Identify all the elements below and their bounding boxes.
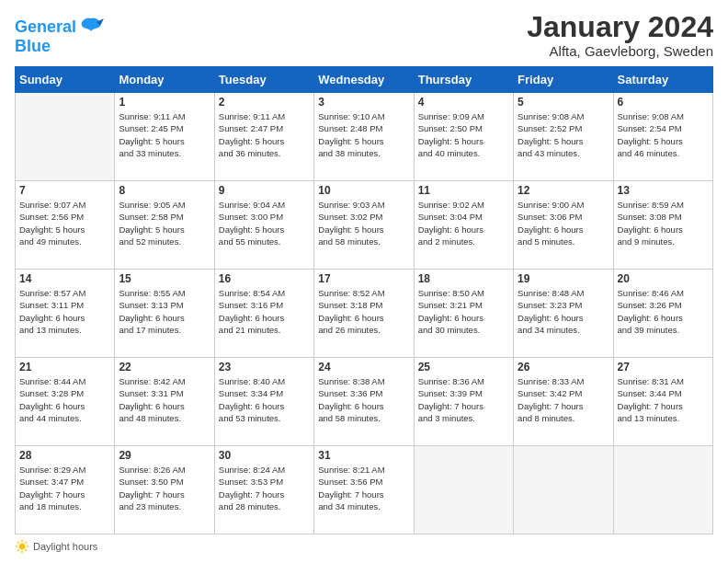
calendar-week-row: 7Sunrise: 9:07 AMSunset: 2:56 PMDaylight…: [16, 181, 713, 270]
svg-line-5: [17, 542, 19, 544]
day-number: 2: [219, 96, 310, 109]
table-row: 8Sunrise: 9:05 AMSunset: 2:58 PMDaylight…: [115, 181, 214, 270]
day-info: Sunrise: 8:38 AMSunset: 3:36 PMDaylight:…: [318, 375, 409, 424]
table-row: 31Sunrise: 8:21 AMSunset: 3:56 PMDayligh…: [314, 446, 414, 534]
table-row: 13Sunrise: 8:59 AMSunset: 3:08 PMDayligh…: [613, 181, 712, 270]
table-row: 30Sunrise: 8:24 AMSunset: 3:53 PMDayligh…: [214, 446, 313, 534]
title-block: January 2024 Alfta, Gaevleborg, Sweden: [527, 11, 713, 59]
day-info: Sunrise: 9:09 AMSunset: 2:50 PMDaylight:…: [418, 110, 509, 159]
day-number: 28: [19, 449, 110, 462]
day-number: 20: [618, 272, 709, 285]
svg-line-6: [26, 550, 28, 552]
table-row: 14Sunrise: 8:57 AMSunset: 3:11 PMDayligh…: [16, 270, 115, 358]
table-row: 9Sunrise: 9:04 AMSunset: 3:00 PMDaylight…: [214, 181, 313, 270]
day-number: 18: [418, 272, 509, 285]
day-info: Sunrise: 8:46 AMSunset: 3:26 PMDaylight:…: [618, 287, 709, 336]
day-info: Sunrise: 8:48 AMSunset: 3:23 PMDaylight:…: [518, 287, 609, 336]
col-wednesday: Wednesday: [314, 67, 414, 93]
day-number: 24: [318, 361, 409, 373]
day-number: 10: [318, 184, 409, 197]
svg-line-7: [26, 542, 28, 544]
day-info: Sunrise: 8:42 AMSunset: 3:31 PMDaylight:…: [119, 375, 210, 424]
day-info: Sunrise: 8:31 AMSunset: 3:44 PMDaylight:…: [618, 375, 709, 424]
calendar-week-row: 1Sunrise: 9:11 AMSunset: 2:45 PMDaylight…: [16, 93, 713, 181]
table-row: 21Sunrise: 8:44 AMSunset: 3:28 PMDayligh…: [16, 358, 115, 446]
day-number: 31: [318, 449, 409, 462]
logo: General Blue: [15, 15, 104, 56]
table-row: 27Sunrise: 8:31 AMSunset: 3:44 PMDayligh…: [613, 358, 712, 446]
table-row: 10Sunrise: 9:03 AMSunset: 3:02 PMDayligh…: [314, 181, 414, 270]
day-info: Sunrise: 8:52 AMSunset: 3:18 PMDaylight:…: [318, 287, 409, 336]
table-row: 26Sunrise: 8:33 AMSunset: 3:42 PMDayligh…: [514, 358, 613, 446]
col-thursday: Thursday: [414, 67, 513, 93]
day-info: Sunrise: 9:11 AMSunset: 2:47 PMDaylight:…: [219, 110, 310, 159]
day-info: Sunrise: 8:55 AMSunset: 3:13 PMDaylight:…: [119, 287, 210, 336]
col-monday: Monday: [115, 67, 214, 93]
footer: Daylight hours: [15, 539, 713, 554]
col-sunday: Sunday: [16, 67, 115, 93]
table-row: 20Sunrise: 8:46 AMSunset: 3:26 PMDayligh…: [613, 270, 712, 358]
logo-text: General: [15, 18, 76, 37]
day-number: 30: [219, 449, 310, 462]
table-row: 19Sunrise: 8:48 AMSunset: 3:23 PMDayligh…: [514, 270, 613, 358]
day-info: Sunrise: 8:24 AMSunset: 3:53 PMDaylight:…: [219, 464, 310, 512]
table-row: [514, 446, 613, 534]
day-info: Sunrise: 9:00 AMSunset: 3:06 PMDaylight:…: [518, 199, 609, 247]
day-number: 29: [119, 449, 210, 462]
table-row: 24Sunrise: 8:38 AMSunset: 3:36 PMDayligh…: [314, 358, 414, 446]
day-number: 26: [518, 361, 609, 373]
day-info: Sunrise: 9:02 AMSunset: 3:04 PMDaylight:…: [418, 199, 509, 247]
table-row: 28Sunrise: 8:29 AMSunset: 3:47 PMDayligh…: [16, 446, 115, 534]
day-number: 12: [518, 184, 609, 197]
day-number: 6: [618, 96, 709, 109]
table-row: [613, 446, 712, 534]
day-info: Sunrise: 9:04 AMSunset: 3:00 PMDaylight:…: [219, 199, 310, 247]
day-info: Sunrise: 8:29 AMSunset: 3:47 PMDaylight:…: [19, 464, 110, 512]
day-number: 15: [119, 272, 210, 285]
day-info: Sunrise: 9:10 AMSunset: 2:48 PMDaylight:…: [318, 110, 409, 159]
day-number: 8: [119, 184, 210, 197]
day-info: Sunrise: 9:08 AMSunset: 2:52 PMDaylight:…: [518, 110, 609, 159]
day-number: 4: [418, 96, 509, 109]
calendar-table: Sunday Monday Tuesday Wednesday Thursday…: [15, 66, 713, 534]
day-number: 5: [518, 96, 609, 109]
col-tuesday: Tuesday: [214, 67, 313, 93]
day-number: 27: [618, 361, 709, 373]
table-row: 25Sunrise: 8:36 AMSunset: 3:39 PMDayligh…: [414, 358, 513, 446]
logo-bird-icon: [78, 15, 104, 40]
table-row: 22Sunrise: 8:42 AMSunset: 3:31 PMDayligh…: [115, 358, 214, 446]
table-row: 2Sunrise: 9:11 AMSunset: 2:47 PMDaylight…: [214, 93, 313, 181]
day-number: 13: [618, 184, 709, 197]
table-row: 3Sunrise: 9:10 AMSunset: 2:48 PMDaylight…: [314, 93, 414, 181]
sun-icon: [15, 539, 29, 554]
calendar-week-row: 14Sunrise: 8:57 AMSunset: 3:11 PMDayligh…: [16, 270, 713, 358]
col-friday: Friday: [514, 67, 613, 93]
day-number: 1: [119, 96, 210, 109]
day-info: Sunrise: 9:05 AMSunset: 2:58 PMDaylight:…: [119, 199, 210, 247]
table-row: 11Sunrise: 9:02 AMSunset: 3:04 PMDayligh…: [414, 181, 513, 270]
table-row: 23Sunrise: 8:40 AMSunset: 3:34 PMDayligh…: [214, 358, 313, 446]
daylight-label: Daylight hours: [33, 541, 97, 552]
month-title: January 2024: [527, 11, 713, 43]
day-number: 21: [19, 361, 110, 373]
day-number: 19: [518, 272, 609, 285]
table-row: 15Sunrise: 8:55 AMSunset: 3:13 PMDayligh…: [115, 270, 214, 358]
table-row: [16, 93, 115, 181]
table-row: 12Sunrise: 9:00 AMSunset: 3:06 PMDayligh…: [514, 181, 613, 270]
table-row: 7Sunrise: 9:07 AMSunset: 2:56 PMDaylight…: [16, 181, 115, 270]
day-number: 25: [418, 361, 509, 373]
day-number: 11: [418, 184, 509, 197]
day-number: 3: [318, 96, 409, 109]
table-row: 16Sunrise: 8:54 AMSunset: 3:16 PMDayligh…: [214, 270, 313, 358]
table-row: 5Sunrise: 9:08 AMSunset: 2:52 PMDaylight…: [514, 93, 613, 181]
day-number: 9: [219, 184, 310, 197]
day-info: Sunrise: 8:54 AMSunset: 3:16 PMDaylight:…: [219, 287, 310, 336]
day-info: Sunrise: 9:07 AMSunset: 2:56 PMDaylight:…: [19, 199, 110, 247]
day-number: 17: [318, 272, 409, 285]
header: General Blue January 2024 Alfta, Gaevleb…: [15, 11, 713, 59]
col-saturday: Saturday: [613, 67, 712, 93]
table-row: 18Sunrise: 8:50 AMSunset: 3:21 PMDayligh…: [414, 270, 513, 358]
day-number: 16: [219, 272, 310, 285]
page: General Blue January 2024 Alfta, Gaevleb…: [0, 0, 728, 563]
day-info: Sunrise: 9:03 AMSunset: 3:02 PMDaylight:…: [318, 199, 409, 247]
